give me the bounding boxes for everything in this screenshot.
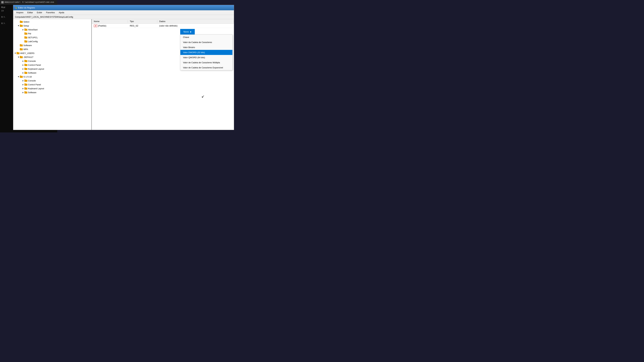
value-type-default: REG_SZ (128, 24, 157, 27)
tree-label-labconfig: LabConfig (28, 40, 38, 43)
expand-arrow-software-default: ▶ (22, 72, 24, 74)
folder-icon-labconfig (24, 40, 27, 42)
novo-dropdown-container: Novo ▶ Chave Valor da Cadeia de Caracter… (180, 29, 195, 34)
tree-item-software-default[interactable]: ▶ Software (13, 71, 91, 75)
tree-item-s1518[interactable]: ▼ S-1-5-18 (13, 75, 91, 79)
dropdown-item-dword[interactable]: Valor DWORD (32 bits) (180, 50, 232, 55)
tree-label-controlpanel-s1518: Control Panel (28, 83, 41, 86)
tree-item-software-s1518[interactable]: ▶ Software (13, 90, 91, 94)
tree-item-select[interactable]: Select (13, 20, 91, 24)
reg-tree-panel[interactable]: Select ▼ Setup ▶ AllowStart Pid SETUPC (13, 19, 92, 130)
tree-item-labconfig[interactable]: LabConfig (13, 39, 91, 43)
tree-label-software-setup: Software (24, 44, 32, 47)
tree-label-pid: Pid (28, 32, 31, 35)
reg-titlebar: Editor do Registro (13, 5, 234, 10)
menu-arquivo[interactable]: Arquivo (14, 11, 25, 14)
tree-label-console-default: Console (28, 60, 36, 62)
expand-arrow-console-s1518: ▶ (22, 80, 24, 82)
tree-item-controlpanel-s1518[interactable]: ▶ Control Panel (13, 83, 91, 86)
tree-label-allowstart: AllowStart (28, 28, 38, 31)
menu-ajuda[interactable]: Ajuda (57, 11, 66, 14)
tree-label-select: Select (24, 20, 29, 23)
col-header-nome: Nome (92, 20, 128, 22)
folder-icon-software (20, 44, 23, 46)
expand-arrow-controlpanel-default: ▶ (22, 64, 24, 66)
tree-label-s1518: S-1-5-18 (24, 75, 32, 78)
tree-label-default: .DEFAULT (24, 56, 34, 58)
novo-arrow-icon: ▶ (190, 31, 192, 33)
folder-icon-hkeyusers (16, 52, 20, 54)
tree-label-wpa: WPA (24, 48, 28, 50)
folder-icon-pid (24, 32, 27, 35)
folder-icon-controlpanel-default (24, 64, 27, 66)
expand-arrow-keyboard-default: ▶ (22, 68, 24, 70)
tree-item-hkeyusers[interactable]: ▼ HKEY_USERS (13, 51, 91, 55)
folder-icon-setup (20, 24, 23, 27)
table-row-default[interactable]: ab (Padrão) REG_SZ (valor não definido) (92, 24, 234, 28)
tree-item-default[interactable]: ▼ .DEFAULT (13, 55, 91, 59)
tree-item-setup[interactable]: ▼ Setup (13, 24, 91, 28)
dropdown-item-qword[interactable]: Valor QWORD (64 bits) (180, 55, 232, 60)
expand-arrow-setup: ▼ (17, 25, 20, 27)
tree-label-keyboard-s1518: Keyboard Layout (28, 87, 44, 90)
tree-item-keyboard-s1518[interactable]: ▶ Keyboard Layout (13, 86, 91, 90)
folder-icon-console-default (24, 60, 27, 62)
menu-exibir[interactable]: Exibir (35, 11, 44, 14)
expand-arrow-default: ▼ (17, 56, 20, 58)
tree-label-keyboard-default: Keyboard Layout (28, 68, 44, 70)
folder-icon-setupcl (24, 36, 27, 38)
reg-table-header: Nome Tipo Dados (92, 19, 234, 24)
col-header-tipo: Tipo (128, 20, 157, 22)
watermark: tecnoblog (202, 117, 229, 125)
tree-item-software-setup[interactable]: Software (13, 43, 91, 47)
expand-arrow-allowstart: ▶ (22, 29, 24, 31)
tree-item-pid[interactable]: Pid (13, 31, 91, 35)
dropdown-item-expansivel[interactable]: Valor de Cadeia de Caracteres Expansível (180, 65, 232, 70)
folder-icon-console-s1518 (24, 79, 27, 82)
menu-favoritos[interactable]: Favoritos (44, 11, 56, 14)
novo-dropdown-menu: Chave Valor da Cadeia de Caracteres Valo… (180, 34, 232, 70)
reg-right-panel: Nome Tipo Dados ab (Padrão) REG_SZ (valo… (92, 19, 234, 130)
folder-icon-controlpanel-s1518 (24, 83, 27, 86)
tree-item-console-default[interactable]: ▶ Console (13, 59, 91, 63)
cmd-title: Administrador: X:\windows\system32\cmd.e… (4, 1, 54, 3)
folder-icon-software-s1518 (24, 91, 27, 93)
reg-app-icon (15, 7, 17, 9)
dropdown-item-cadeia[interactable]: Valor da Cadeia de Caracteres (180, 40, 232, 45)
registry-editor-window: Editor do Registro Arquivo Editar Exibir… (13, 5, 234, 130)
tree-item-keyboardlayout-default[interactable]: ▶ Keyboard Layout (13, 67, 91, 71)
menu-editar[interactable]: Editar (26, 11, 34, 14)
tree-label-hkeyusers: HKEY_USERS (20, 52, 34, 54)
value-data-default: (valor não definido) (157, 24, 234, 27)
dropdown-item-chave[interactable]: Chave (180, 35, 232, 40)
folder-icon-allowstart (24, 28, 27, 31)
expand-arrow-software-s1518: ▶ (22, 91, 24, 93)
value-name-default: (Padrão) (98, 24, 106, 27)
tree-item-controlpanel-default[interactable]: ▶ Control Panel (13, 63, 91, 67)
tree-label-setup: Setup (24, 24, 29, 27)
tree-item-allowstart[interactable]: ▶ AllowStart (13, 28, 91, 31)
tree-label-controlpanel-default: Control Panel (28, 64, 41, 66)
folder-icon-keyboard-default (24, 68, 27, 70)
reg-addressbar: Computador\HKEY_LOCAL_MACHINE\SYSTEM\Set… (13, 15, 234, 19)
folder-icon-wpa (20, 48, 23, 50)
novo-label: Novo (184, 30, 189, 33)
col-header-dados: Dados (157, 20, 234, 22)
cmd-icon (1, 1, 4, 3)
cmd-titlebar: Administrador: X:\windows\system32\cmd.e… (0, 0, 57, 4)
expand-arrow-console-default: ▶ (22, 60, 24, 62)
tree-item-wpa[interactable]: WPA (13, 47, 91, 51)
dropdown-item-multipla[interactable]: Valor de Cadeia de Caracteres Múltipla (180, 60, 232, 65)
folder-icon-default (20, 56, 23, 58)
expand-arrow-controlpanel-s1518: ▶ (22, 83, 24, 86)
dropdown-item-binario[interactable]: Valor Binário (180, 45, 232, 50)
ab-icon: ab (94, 24, 98, 27)
address-text: Computador\HKEY_LOCAL_MACHINE\SYSTEM\Set… (15, 16, 73, 18)
expand-arrow-s1518: ▼ (17, 76, 20, 78)
folder-icon-software-default (24, 72, 27, 74)
tree-item-console-s1518[interactable]: ▶ Console (13, 79, 91, 83)
reg-content: Select ▼ Setup ▶ AllowStart Pid SETUPC (13, 19, 234, 130)
novo-button[interactable]: Novo ▶ (180, 29, 195, 34)
reg-menubar: Arquivo Editar Exibir Favoritos Ajuda (13, 10, 234, 15)
tree-item-setupcl[interactable]: SETUPCL (13, 35, 91, 39)
